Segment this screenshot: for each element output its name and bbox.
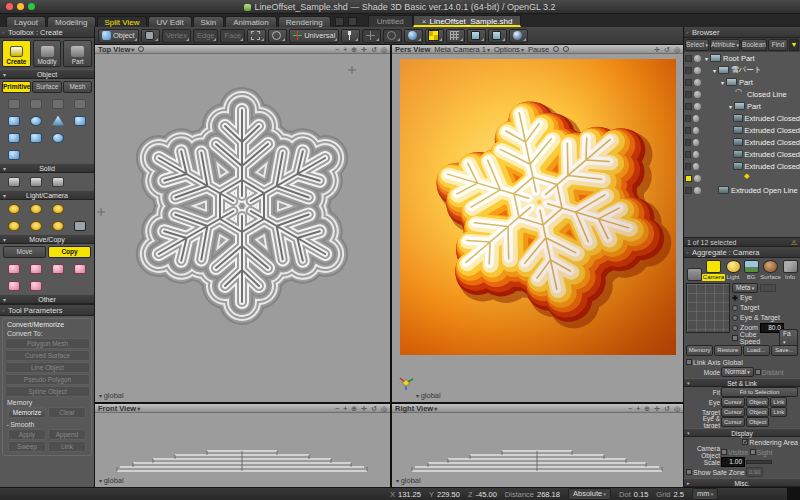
mode-tab[interactable]: Layout [6,16,46,27]
section-set-link[interactable]: Set & Link [684,378,800,387]
section-other[interactable]: Other [0,294,94,304]
eyetarget-object-button[interactable]: Object [746,417,769,427]
tree-row[interactable] [684,172,800,184]
transform-icon[interactable] [47,261,69,276]
zoom-out-icon[interactable]: − [335,45,339,54]
rotate-view-icon[interactable]: ↺ [664,404,670,413]
safe-zone-field[interactable]: 0.90 [746,467,764,477]
zoom-tool-icon[interactable]: ◎ [674,404,680,413]
camera-toggle-icon[interactable] [138,46,144,52]
csg-icon[interactable] [25,174,47,189]
image-tab[interactable] [686,268,702,281]
toolbar-button[interactable] [467,29,486,43]
move-button[interactable]: Move [3,246,46,258]
toolbar-button[interactable] [247,29,266,43]
axis-mode-label[interactable]: global [396,476,421,485]
zoom-in-icon[interactable]: + [636,404,640,413]
toolbar-button[interactable]: Universal [289,29,339,43]
target-radio[interactable] [732,305,738,311]
rotate-view-icon[interactable]: ↺ [664,45,670,54]
mode-tab[interactable]: Skin [193,16,225,27]
link-button[interactable]: Link [48,441,86,452]
render-flag-icon[interactable] [694,175,701,182]
tab-overflow-down-icon[interactable] [348,17,357,26]
scale-slider[interactable] [746,460,772,464]
visibility-toggle-icon[interactable] [685,103,692,110]
toolbar-button[interactable]: Edge [193,29,219,43]
save-button[interactable]: Save... [771,345,798,356]
visibility-toggle-icon[interactable] [685,151,691,158]
section-solid[interactable]: Solid [0,163,94,173]
load-button[interactable]: Load... [743,345,770,356]
light-icon[interactable] [25,201,47,216]
visible-checkbox[interactable] [721,449,727,455]
mode-tab[interactable]: UV Edit [148,16,191,27]
fit-view-icon[interactable]: ⊕ [351,45,357,54]
toolbar-button[interactable] [383,29,402,43]
zoom-radio[interactable] [732,325,738,331]
transform-icon[interactable] [25,278,47,293]
convert-button[interactable]: Line Object [5,362,90,373]
tool-parameters-header[interactable]: Tool Parameters [0,305,94,316]
primitive-icon[interactable] [3,147,25,162]
mode-dropdown[interactable]: Normal [721,367,754,377]
zoom-in-icon[interactable]: + [343,404,347,413]
toolbar-button[interactable] [268,29,287,43]
render-flag-icon[interactable] [694,79,701,86]
tree-row[interactable]: Extruded Open Line [684,184,800,196]
preview-toggle-icon[interactable] [553,46,559,52]
light-icon[interactable] [47,201,69,216]
transform-icon[interactable] [25,261,47,276]
visibility-toggle-icon[interactable] [685,115,691,122]
visibility-toggle-icon[interactable] [685,67,692,74]
tree-row[interactable]: Extruded Closed [684,160,800,172]
coordinate-mode-dropdown[interactable]: Absolute [568,488,611,500]
visibility-toggle-icon[interactable] [685,127,691,134]
visibility-toggle-icon[interactable] [685,163,691,170]
light-icon[interactable] [69,218,91,233]
mode-tab[interactable]: Modeling [47,16,95,27]
info-tab[interactable]: Info [782,260,798,281]
render-flag-icon[interactable] [693,115,699,122]
object-type-tab[interactable]: Primitive [2,81,31,93]
tree-row[interactable]: Extruded Closed [684,124,800,136]
convert-button[interactable]: Spline Object [5,386,90,397]
light-icon[interactable] [3,218,25,233]
toolbar-button[interactable]: Vertex [162,29,191,43]
tab-attribute[interactable]: Attribute [710,39,740,51]
zoom-in-icon[interactable]: + [343,45,347,54]
tree-row[interactable]: Extruded Closed [684,148,800,160]
cube-speed-dropdown[interactable]: Fa [779,329,798,347]
rendering-area-checkbox[interactable] [742,439,748,445]
csg-icon[interactable] [47,174,69,189]
toolbar-button[interactable] [362,29,381,43]
camera-preview[interactable] [686,283,730,333]
front-viewport[interactable]: Front View − + ⊕ ✛ ↺ ◎ g [95,404,390,487]
tab-find[interactable]: Find [768,39,788,51]
toolbar-button[interactable] [425,29,444,43]
camera-tab[interactable]: Camera [704,260,723,281]
tab-boolean[interactable]: Boolean [741,39,767,51]
primitive-icon[interactable] [25,113,47,128]
transform-icon[interactable] [3,261,25,276]
append-button[interactable]: Append [48,429,86,440]
toolbox-tab[interactable]: Modify [33,40,62,67]
sweep-button[interactable]: Sweep [8,441,46,452]
zoom-out-icon[interactable]: − [628,404,632,413]
render-flag-icon[interactable] [694,187,701,194]
transform-icon[interactable] [69,261,91,276]
light-tab[interactable]: Light [725,260,741,281]
unit-dropdown[interactable]: mm [692,488,718,500]
expander-icon[interactable] [719,79,726,86]
sight-checkbox[interactable] [750,449,756,455]
section-object[interactable]: Object [0,69,94,79]
primitive-icon[interactable] [47,130,69,145]
convert-button[interactable]: Curved Surface [5,350,90,361]
target-link-button[interactable]: Link [770,407,787,417]
toolbox-header[interactable]: Toolbox : Create [0,27,94,38]
expander-icon[interactable] [703,55,710,62]
eye-target-radio[interactable] [732,315,738,321]
toolbar-button[interactable] [404,29,423,43]
visibility-toggle-icon[interactable] [685,139,691,146]
render-flag-icon[interactable] [694,67,701,74]
